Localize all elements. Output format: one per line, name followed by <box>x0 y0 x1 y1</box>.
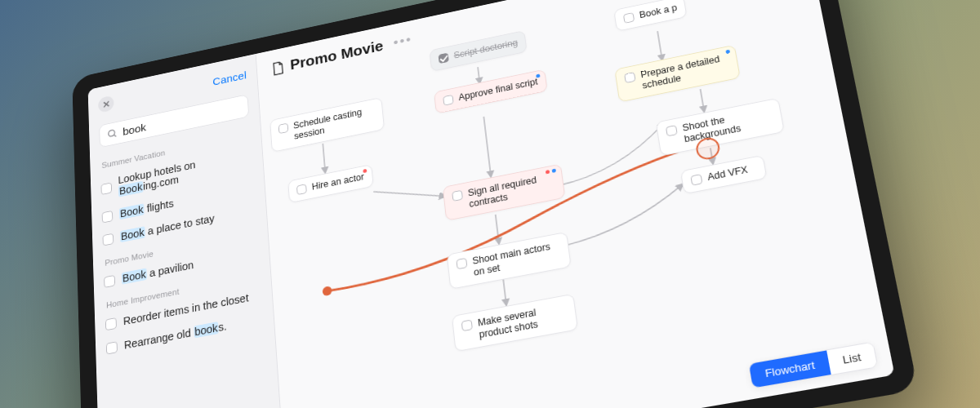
checkbox-icon[interactable] <box>278 123 289 135</box>
flowchart-node-product-shots[interactable]: Make several product shots <box>452 294 578 353</box>
more-icon[interactable]: ••• <box>393 33 413 51</box>
node-label: Make several product shots <box>477 301 568 341</box>
checkbox-icon[interactable] <box>100 182 112 195</box>
svg-point-12 <box>322 286 332 296</box>
node-label: Shoot the backgrounds <box>682 105 775 145</box>
node-tags <box>725 50 730 54</box>
svg-line-6 <box>373 178 445 210</box>
tablet-frame: ✕ Cancel Summer Vacation Lookup hotels o… <box>72 0 918 408</box>
node-label: Prepare a detailed schedule <box>640 52 731 91</box>
checkbox-icon[interactable] <box>666 125 678 136</box>
svg-line-9 <box>496 215 499 243</box>
svg-line-1 <box>114 135 116 137</box>
flowchart-node-hire-actor[interactable]: Hire an actor <box>287 164 373 203</box>
node-tags <box>536 73 540 78</box>
checkbox-icon[interactable] <box>624 72 635 83</box>
search-sidebar: ✕ Cancel Summer Vacation Lookup hotels o… <box>88 54 286 408</box>
svg-line-8 <box>701 89 705 111</box>
svg-line-10 <box>503 280 506 304</box>
checkbox-icon[interactable] <box>623 12 635 24</box>
checkbox-icon[interactable] <box>439 53 449 64</box>
flowchart-node-approve-script[interactable]: Approve final script <box>434 69 548 114</box>
node-label: Schedule casting session <box>293 104 376 142</box>
search-icon <box>107 127 118 140</box>
checkbox-icon[interactable] <box>452 190 463 202</box>
checkbox-icon[interactable] <box>106 341 118 354</box>
view-toggle: Flowchart List <box>748 341 878 388</box>
app-screen: ✕ Cancel Summer Vacation Lookup hotels o… <box>88 0 895 408</box>
cancel-button[interactable]: Cancel <box>212 69 247 87</box>
flowchart-node-sign-contracts[interactable]: Sign all required contracts <box>443 164 566 221</box>
checkbox-icon[interactable] <box>690 174 702 186</box>
checkbox-icon[interactable] <box>461 319 473 331</box>
svg-point-0 <box>109 130 115 137</box>
checkbox-icon[interactable] <box>102 233 114 246</box>
checkbox-icon[interactable] <box>105 317 117 330</box>
node-tags <box>363 169 367 173</box>
node-label: Add VFX <box>706 164 748 183</box>
flowchart-node-add-vfx[interactable]: Add VFX <box>680 155 768 194</box>
node-label: Book a p <box>639 2 678 20</box>
flowchart-canvas[interactable]: Promo Movie ••• <box>256 0 895 408</box>
svg-line-7 <box>483 117 491 176</box>
svg-line-3 <box>323 144 325 172</box>
checkbox-icon[interactable] <box>296 184 307 195</box>
svg-line-5 <box>657 31 662 60</box>
flowchart-toggle-button[interactable]: Flowchart <box>749 351 831 388</box>
checkbox-icon[interactable] <box>443 95 453 106</box>
checkbox-icon[interactable] <box>456 258 467 269</box>
node-label: Sign all required contracts <box>467 171 555 211</box>
flowchart-node-schedule-casting[interactable]: Schedule casting session <box>270 97 385 153</box>
checkbox-icon[interactable] <box>104 274 115 287</box>
node-label: Shoot main actors on set <box>472 239 562 278</box>
flowchart-node-prepare-schedule[interactable]: Prepare a detailed schedule <box>614 45 741 103</box>
flowchart-node-shoot-backgrounds[interactable]: Shoot the backgrounds <box>656 98 785 157</box>
node-label: Hire an actor <box>311 171 364 193</box>
document-icon <box>271 60 284 76</box>
checkbox-icon[interactable] <box>102 210 114 223</box>
svg-line-4 <box>478 67 479 82</box>
close-icon[interactable]: ✕ <box>98 95 114 113</box>
node-label: Approve final script <box>458 77 538 104</box>
flowchart-node-shoot-main[interactable]: Shoot main actors on set <box>447 232 572 290</box>
list-toggle-button[interactable]: List <box>826 343 877 375</box>
